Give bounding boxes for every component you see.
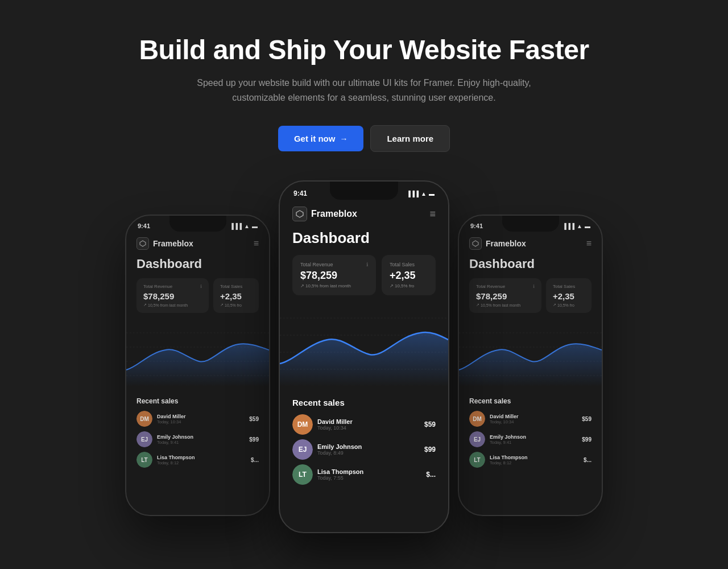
recent-sales-title-center: Recent sales — [292, 398, 436, 407]
svg-marker-0 — [140, 241, 146, 246]
revenue-value-right: $78,259 — [476, 291, 535, 301]
sale-item-1-center: EJ Emily Johnson Today, 8:49 $99 — [292, 439, 436, 460]
status-icons-right: ▐▐▐ ▲ ▬ — [562, 223, 590, 229]
sale-name-1-left: Emily Johnson — [157, 434, 245, 440]
avatar-2-left: LT — [136, 452, 152, 468]
sale-amount-1-right: $99 — [582, 436, 592, 443]
sale-info-2-center: Lisa Thompson Today, 7:55 — [317, 468, 421, 481]
avatar-2-center: LT — [292, 464, 313, 485]
wifi-icon: ▲ — [244, 223, 250, 229]
hero-subtitle: Speed up your website build with our ult… — [171, 76, 557, 105]
sale-item-2-right: LT Lisa Thompson Today, 8:12 $... — [469, 452, 592, 468]
sale-item-0-center: DM David Miller Today, 10:34 $59 — [292, 414, 436, 435]
battery-icon-c: ▬ — [429, 191, 435, 197]
sale-time-2-center: Today, 7:55 — [317, 475, 421, 481]
sale-time-1-left: Today, 9:41 — [157, 440, 245, 445]
chart-area-left — [126, 319, 269, 387]
battery-icon-r: ▬ — [585, 223, 590, 229]
avatar-img-0-c: DM — [292, 414, 313, 435]
learn-more-button[interactable]: Learn more — [370, 125, 450, 152]
phone-content-left: Frameblox ≡ Dashboard Total Revenue ℹ $7… — [126, 232, 269, 478]
sale-item-2-left: LT Lisa Thompson Today, 8:12 $... — [136, 452, 259, 468]
dashboard-title-center: Dashboard — [280, 227, 448, 255]
sales-value-center: +2,35 — [390, 270, 428, 282]
logo-icon-center — [292, 207, 307, 221]
stats-row-left: Total Revenue ℹ $78,259 ↗ 10,5% from las… — [126, 278, 269, 313]
stat-sales-right: Total Sales +2,35 ↗10,5% fro — [546, 278, 592, 313]
avatar-img-1-left: EJ — [136, 431, 152, 447]
signal-icon-c: ▐▐▐ — [407, 191, 419, 197]
hamburger-left: ≡ — [254, 239, 259, 248]
trend-icon-left: ↗ — [143, 303, 147, 307]
stat-sales-center: Total Sales +2,35 ↗10,5% fro — [382, 255, 436, 295]
sale-time-0-right: Today, 10:34 — [490, 419, 577, 424]
revenue-label-left: Total Revenue ℹ — [143, 284, 202, 289]
sale-item-1-right: EJ Emily Johnson Today, 9:41 $99 — [469, 431, 592, 447]
sale-amount-1-center: $99 — [424, 446, 436, 453]
logo-area-right: Frameblox — [469, 237, 526, 250]
arrow-right-icon: → — [340, 134, 348, 143]
logo-icon-right — [469, 237, 482, 250]
revenue-change-left: ↗ 10,5% from last month — [143, 303, 202, 307]
phone-right: 9:41 ▐▐▐ ▲ ▬ Frameblox ≡ Dashboard — [458, 215, 603, 516]
revenue-value-left: $78,259 — [143, 291, 202, 301]
phone-left: 9:41 ▐▐▐ ▲ ▬ Frameblox ≡ Dashboard — [125, 215, 270, 516]
info-icon-left: ℹ — [200, 284, 202, 289]
phone-header-right: Frameblox ≡ — [459, 232, 602, 254]
sales-value-right: +2,35 — [553, 291, 585, 301]
revenue-label-right: Total Revenue ℹ — [476, 284, 535, 289]
sales-change-left: ↗10,5% fro — [220, 303, 252, 307]
sales-label-left: Total Sales — [220, 284, 252, 289]
sale-amount-2-right: $... — [584, 457, 592, 463]
logo-area-center: Frameblox — [292, 207, 357, 221]
recent-sales-title-left: Recent sales — [136, 397, 259, 405]
sale-name-0-right: David Miller — [490, 414, 577, 419]
stats-row-right: Total Revenue ℹ $78,259 ↗10,5% from last… — [459, 278, 602, 313]
avatar-0-center: DM — [292, 414, 313, 435]
sale-name-0-left: David Miller — [157, 414, 245, 419]
avatar-img-2-left: LT — [136, 452, 152, 468]
sale-item-0-left: DM David Miller Today, 10:34 $59 — [136, 411, 259, 427]
revenue-change-right: ↗10,5% from last month — [476, 303, 535, 307]
time-right: 9:41 — [470, 222, 483, 229]
avatar-img-2-c: LT — [292, 464, 313, 485]
phone-header-center: Frameblox ≡ — [280, 200, 448, 227]
sale-time-2-right: Today, 8:12 — [490, 460, 579, 465]
stat-revenue-right: Total Revenue ℹ $78,259 ↗10,5% from last… — [469, 278, 541, 313]
sale-time-1-right: Today, 9:41 — [490, 440, 577, 445]
sale-name-1-center: Emily Johnson — [317, 443, 420, 450]
phone-header-left: Frameblox ≡ — [126, 232, 269, 254]
get-it-now-button[interactable]: Get it now → — [278, 126, 364, 151]
app-name-left: Frameblox — [153, 239, 193, 248]
sale-info-2-right: Lisa Thompson Today, 8:12 — [490, 455, 579, 465]
avatar-1-center: EJ — [292, 439, 313, 460]
time-center: 9:41 — [293, 189, 307, 197]
logo-area-left: Frameblox — [136, 237, 193, 250]
avatar-0-right: DM — [469, 411, 485, 427]
stat-revenue-left: Total Revenue ℹ $78,259 ↗ 10,5% from las… — [136, 278, 209, 313]
sale-info-1-right: Emily Johnson Today, 9:41 — [490, 434, 577, 445]
recent-sales-left: Recent sales DM David Miller Today, 10:3… — [126, 391, 269, 478]
avatar-0-left: DM — [136, 411, 152, 427]
status-icons-center: ▐▐▐ ▲ ▬ — [407, 191, 435, 197]
sale-info-1-left: Emily Johnson Today, 9:41 — [157, 434, 245, 445]
sale-time-2-left: Today, 8:12 — [157, 460, 246, 465]
signal-icon: ▐▐▐ — [230, 223, 242, 229]
cta-buttons: Get it now → Learn more — [278, 125, 450, 152]
info-icon-c: ℹ — [366, 262, 368, 267]
logo-icon-left — [136, 237, 149, 250]
phone-content-center: Frameblox ≡ Dashboard Total Revenue ℹ $7… — [280, 200, 448, 496]
sale-time-0-left: Today, 10:34 — [157, 419, 245, 424]
dashboard-title-left: Dashboard — [126, 254, 269, 278]
sale-name-0-center: David Miller — [317, 418, 420, 425]
avatar-2-right: LT — [469, 452, 485, 468]
signal-icon-r: ▐▐▐ — [562, 223, 574, 229]
revenue-change-center: ↗10,5% from last month — [300, 283, 368, 288]
recent-sales-title-right: Recent sales — [469, 397, 592, 405]
sale-item-1-left: EJ Emily Johnson Today, 9:41 $99 — [136, 431, 259, 447]
stats-row-center: Total Revenue ℹ $78,259 ↗10,5% from last… — [280, 255, 448, 295]
app-name-right: Frameblox — [486, 239, 526, 248]
avatar-1-left: EJ — [136, 431, 152, 447]
sale-time-1-center: Today, 8:49 — [317, 450, 420, 456]
stat-revenue-center: Total Revenue ℹ $78,259 ↗10,5% from last… — [292, 255, 376, 295]
